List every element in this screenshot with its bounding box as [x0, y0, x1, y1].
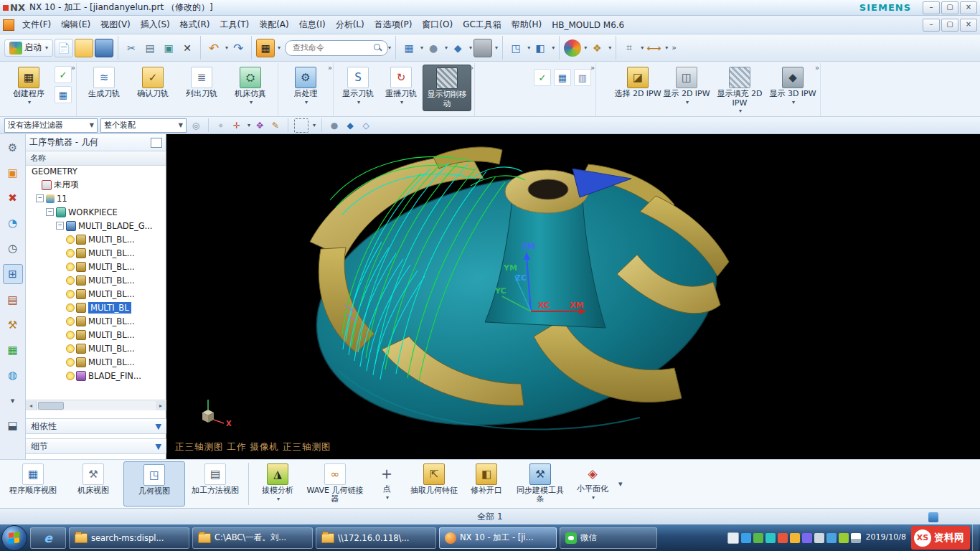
show-3d-ipw-button[interactable]: ◆ 显示 3D IPW ▾ — [768, 65, 817, 108]
machine-view-button[interactable]: ⚒ 机床视图 — [63, 461, 123, 507]
extract-feature-button[interactable]: ⇱ 抽取几何特征 — [407, 461, 461, 507]
tree-row-operation[interactable]: MULTI_BL... — [26, 232, 166, 246]
show-fill-2d-ipw-button[interactable]: 显示填充 2D IPW ▾ — [711, 65, 768, 116]
chevron-down-icon[interactable]: ▾ — [584, 44, 587, 51]
tree-row-blade-finish[interactable]: BLADE_FIN... — [26, 369, 166, 382]
method-view-button[interactable]: ▤ 加工方法视图 — [185, 461, 245, 507]
show-desktop-button[interactable] — [972, 524, 979, 551]
ie-taskbar-button[interactable]: e — [30, 527, 66, 549]
sphere-display-icon[interactable]: ● — [425, 39, 442, 57]
facet-button[interactable]: ◈ 小平面化 ▾ — [569, 461, 616, 507]
web-browser-icon[interactable]: ◍ — [4, 366, 22, 385]
command-icon[interactable]: ▦ — [256, 39, 275, 57]
chevron-down-icon[interactable]: ▾ — [4, 391, 22, 410]
graphics-viewport[interactable]: ZM YM ZC YC XC XM X 正三轴测图 工作 摄像机 正三轴测图 — [166, 134, 980, 459]
doc-close-button[interactable]: × — [960, 19, 977, 32]
measure-icon[interactable]: ⟷ — [645, 39, 662, 57]
shaded-view-icon[interactable]: ◆ — [449, 39, 466, 57]
open-file-icon[interactable] — [75, 39, 93, 57]
start-menu-button[interactable]: 启动 ▾ — [4, 39, 53, 57]
solid-cube-icon[interactable]: ◆ — [344, 119, 357, 132]
layers-small-icon[interactable]: ▥ — [574, 69, 591, 86]
select-2d-ipw-button[interactable]: ◪ 选择 2D IPW — [613, 65, 662, 101]
group-overflow-icon[interactable]: » — [469, 64, 473, 72]
tree-row-unused[interactable]: 未用项 — [26, 178, 166, 192]
point-constructor-icon[interactable]: ✛ — [230, 119, 243, 132]
chevron-down-icon[interactable]: ▾ — [313, 122, 316, 128]
menu-hb-mould[interactable]: HB_MOULD M6.6 — [547, 18, 629, 32]
tree-row-11[interactable]: − 11 — [26, 192, 166, 205]
redo-icon[interactable]: ↷ — [230, 39, 247, 57]
menu-analysis[interactable]: 分析(L) — [331, 17, 369, 33]
menu-insert[interactable]: 插入(S) — [136, 17, 175, 33]
replay-toolpath-button[interactable]: ↻ 重播刀轨 ▾ — [380, 65, 423, 108]
effects-icon[interactable]: ❖ — [588, 39, 606, 57]
menu-view[interactable]: 视图(V) — [95, 17, 136, 33]
window-layout-icon[interactable]: ▦ — [400, 39, 418, 57]
tree-row-operation[interactable]: MULTI_BL... — [26, 287, 166, 301]
highlight-icon[interactable]: ◎ — [189, 119, 202, 132]
background-style-icon[interactable] — [473, 39, 492, 57]
tree-row-operation[interactable]: MULTI_BL... — [26, 342, 166, 355]
copy-icon[interactable]: ▤ — [141, 39, 159, 57]
create-program-button[interactable]: ▦ 创建程序 ▾ — [4, 65, 53, 108]
close-button[interactable]: × — [960, 1, 977, 14]
patch-opening-button[interactable]: ◧ 修补开口 — [461, 461, 512, 507]
chevron-down-icon[interactable]: ▾ — [608, 44, 611, 51]
taskbar-button-network-share[interactable]: \\172.16.0.118\... — [316, 527, 436, 549]
program-order-view-button[interactable]: ▦ 程序顺序视图 — [3, 461, 63, 507]
palette-dock-icon[interactable]: ⬓ — [4, 416, 22, 435]
menu-format[interactable]: 格式(R) — [175, 17, 215, 33]
tree-row-operation[interactable]: MULTI_BL... — [26, 355, 166, 369]
undo-icon[interactable]: ↶ — [205, 39, 222, 57]
menu-preferences[interactable]: 首选项(P) — [369, 17, 418, 33]
search-dropdown-icon[interactable]: ▾ — [388, 44, 391, 51]
roles-gear-icon[interactable]: ⚙ — [4, 138, 22, 157]
chevron-down-icon[interactable]: ▾ — [527, 44, 530, 51]
postprocess-button[interactable]: ⚙ 后处理 ▾ — [281, 65, 330, 108]
marquee-select-icon[interactable] — [294, 118, 308, 133]
chevron-down-icon[interactable]: ▾ — [552, 44, 555, 51]
dependencies-section[interactable]: 相依性 ▼ — [26, 418, 166, 434]
chevron-down-icon[interactable]: ▾ — [495, 44, 498, 51]
start-orb-button[interactable] — [1, 525, 27, 551]
cut-icon[interactable]: ✂ — [123, 39, 140, 57]
taskbar-button-wechat[interactable]: 微信 — [560, 527, 657, 549]
point-button[interactable]: + 点 ▾ — [367, 461, 407, 507]
tray-icon[interactable] — [814, 533, 824, 543]
details-section[interactable]: 细节 ▼ — [26, 438, 166, 454]
chevron-down-icon[interactable]: ▾ — [248, 122, 250, 128]
tray-icon[interactable] — [753, 533, 763, 543]
snap-lines-icon[interactable]: ⌗ — [621, 39, 638, 57]
menu-gc-toolbox[interactable]: GC工具箱 — [458, 17, 507, 33]
collapse-icon[interactable]: − — [56, 222, 64, 230]
network-icon[interactable] — [851, 533, 861, 543]
collapse-icon[interactable]: − — [36, 194, 44, 202]
process-assistant-icon[interactable]: ⚒ — [4, 316, 22, 334]
selection-scope-dropdown[interactable]: 整个装配 ▼ — [100, 118, 187, 133]
menu-window[interactable]: 窗口(O) — [417, 17, 458, 33]
workpiece-small-icon[interactable]: ▦ — [554, 69, 571, 86]
part-navigator-icon[interactable]: ◔ — [4, 214, 22, 232]
volume-icon[interactable] — [839, 533, 849, 543]
constraint-navigator-icon[interactable]: ✖ — [4, 189, 22, 207]
operation-navigator-icon[interactable]: ⊞ — [3, 264, 23, 284]
tray-icon[interactable] — [741, 533, 751, 543]
sync-modeling-button[interactable]: ⚒ 同步建模工具条 — [512, 461, 569, 507]
scroll-right-icon[interactable]: ▸ — [156, 401, 166, 410]
toolbar-overflow-icon[interactable]: ▾ — [616, 479, 625, 489]
collapse-icon[interactable]: − — [46, 208, 54, 216]
doc-minimize-button[interactable]: – — [923, 19, 940, 32]
draft-analysis-button[interactable]: ◮ 拔模分析 ▾ — [252, 461, 303, 507]
snap-point-icon[interactable]: ⌖ — [215, 119, 227, 132]
chevron-down-icon[interactable]: ▾ — [665, 44, 668, 51]
curve-point-icon[interactable]: ✎ — [269, 119, 282, 132]
restore-button[interactable]: ▢ — [941, 1, 958, 14]
toolbar-overflow-icon[interactable]: » — [669, 43, 679, 52]
scroll-left-icon[interactable]: ◂ — [26, 401, 37, 410]
tree-row-multi-blade-geom[interactable]: − MULTI_BLADE_G... — [26, 219, 166, 232]
orient-view-icon[interactable]: ◳ — [507, 39, 524, 57]
doc-restore-button[interactable]: ▢ — [941, 19, 958, 32]
tray-icon[interactable] — [790, 533, 800, 543]
horizontal-scrollbar[interactable]: ◂ ▸ — [26, 400, 166, 410]
